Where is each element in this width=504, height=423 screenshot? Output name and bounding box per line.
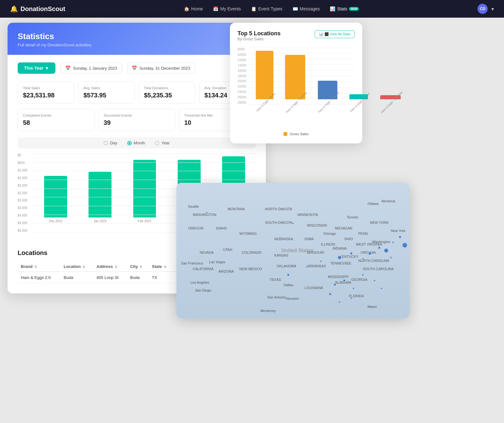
nav-messages[interactable]: ✉️ Messages — [293, 6, 320, 11]
total-sales-card: Total Sales $23,531.98 — [18, 81, 74, 104]
legend-dot — [284, 132, 287, 136]
view-all-stats-btn[interactable]: 📊 ⬛ View All Stats — [315, 30, 355, 38]
avatar[interactable]: CD — [478, 4, 488, 14]
map-label: IOWA — [305, 237, 314, 241]
map-label: NEBRASKA — [274, 237, 293, 241]
stat-cards-row2: Completed Events 58 Successful Events 39… — [18, 109, 256, 131]
map-label: GEORGIA — [351, 278, 367, 281]
map-label: INDIANA — [333, 246, 347, 250]
map-dot — [352, 287, 355, 290]
map-label: OREGON — [188, 226, 203, 230]
col-state[interactable]: State ⇅ — [149, 262, 173, 272]
stats-subtitle: Full detail of my DonationScout activiti… — [18, 43, 256, 47]
stat-cards-row1: Total Sales $23,531.98 Avg. Sales $573.9… — [18, 81, 256, 104]
map-label: LOUISIANA — [305, 286, 323, 290]
map-dot — [390, 256, 392, 259]
toggle-month[interactable]: Month — [127, 141, 145, 145]
map-card: SeattleWASHINGTONMONTANANORTH DAKOTAMINN… — [176, 183, 410, 318]
map-dot — [205, 212, 208, 214]
completed-events-value: 58 — [23, 119, 89, 126]
top5-bar-group: Ham & Eggs - Del Valle — [376, 48, 405, 104]
map-label: Seattle — [188, 205, 199, 208]
map-label: San Francisco — [181, 261, 203, 265]
col-brand[interactable]: Brand ⇅ — [18, 262, 60, 272]
map-dot — [398, 235, 402, 239]
toggle-day[interactable]: Day — [104, 141, 117, 145]
successful-events-card: Successful Events 39 — [98, 109, 175, 131]
cell-city: Buda — [127, 272, 149, 283]
stats-header: Statistics Full detail of my DonationSco… — [8, 23, 266, 55]
map-label: Houston — [286, 297, 299, 300]
total-donations-card: Total Donations $5,235.35 — [139, 81, 195, 104]
map-label: ARKANSAS — [307, 264, 326, 268]
brand-name: DonationScout — [20, 5, 65, 13]
col-city[interactable]: City ⇅ — [127, 262, 149, 272]
toggle-year[interactable]: Year — [155, 141, 169, 145]
total-donations-label: Total Donations — [144, 86, 190, 90]
map-label: MINNESOTA — [298, 213, 318, 217]
cell-address: 405 Loop St — [93, 272, 127, 283]
top5-title: Top 5 Locations — [238, 30, 281, 37]
map-label: NORTH DAKOTA — [265, 207, 292, 211]
top5-bars-area: Ham & Eggs - BudaHam & Eggs - CypressHam… — [249, 48, 355, 104]
calendar-icon-end: 📅 — [132, 66, 137, 71]
this-year-filter[interactable]: This Year ▼ — [18, 62, 55, 74]
map-label: Washington — [372, 240, 391, 244]
map-dot — [368, 252, 372, 255]
stats-badge: NEW — [349, 7, 359, 11]
top5-bar-label: Ham & Eggs - Del Valle — [380, 91, 403, 114]
map-dot — [402, 242, 408, 248]
nav-stats[interactable]: 📊 Stats NEW — [330, 6, 359, 11]
filter-row: This Year ▼ 📅 Sunday, 1 January 2023 📅 S… — [18, 62, 256, 74]
map-label: TENNESSEE — [330, 261, 351, 265]
map-label: WYOMING — [239, 232, 257, 235]
map-label: PENN. — [358, 232, 369, 235]
map-dot — [373, 279, 376, 282]
avg-sales-label: Avg. Sales — [83, 86, 129, 90]
map-label: San Diego — [195, 288, 211, 292]
map-dot — [320, 260, 322, 263]
map-label: Dallas — [284, 283, 293, 287]
map-label: WISCONSIN — [307, 223, 327, 227]
radio-year — [155, 141, 159, 145]
cell-brand: Ham & Eggs 2.0 — [18, 272, 60, 283]
cell-state: TX — [149, 272, 173, 283]
map-label: TEXAS — [270, 278, 281, 281]
navbar: 🔔 DonationScout 🏠 Home 📅 My Events 📋 Eve… — [0, 0, 504, 18]
map-background: SeattleWASHINGTONMONTANANORTH DAKOTAMINN… — [176, 183, 410, 318]
brand: 🔔 DonationScout — [10, 5, 65, 13]
map-label: OKLAHOMA — [277, 264, 296, 268]
radio-month — [127, 141, 132, 145]
map-dot — [333, 283, 336, 286]
top5-legend: Gross Sales — [238, 132, 355, 136]
top5-bar-group: Ham & Eggs - Buda — [252, 48, 277, 104]
map-dot — [343, 279, 346, 282]
nav-event-types[interactable]: 📋 Event Types — [251, 6, 283, 11]
avg-sales-value: $573.95 — [83, 92, 129, 99]
map-label: KENTUCKY — [340, 255, 358, 258]
sort-icon-state: ⇅ — [164, 265, 166, 269]
map-dot — [362, 274, 364, 276]
nav-home[interactable]: 🏠 Home — [184, 6, 203, 11]
map-label: San Antonio — [267, 295, 286, 299]
nav-events[interactable]: 📅 My Events — [213, 6, 241, 11]
map-label: UTAH — [223, 248, 232, 252]
cell-location: Buda — [60, 272, 93, 283]
top5-bar-group: Ham & Eggs - Cypress — [281, 48, 310, 104]
map-label: Toronto — [346, 215, 358, 219]
map-label: NEW YORK — [370, 221, 389, 224]
map-label: MISSISSIPPI — [328, 275, 348, 279]
map-label: Miami — [368, 305, 377, 309]
top5-subtitle: By Gross Sales — [238, 37, 281, 41]
col-location[interactable]: Location ⇅ — [60, 262, 93, 272]
col-address[interactable]: Address ⇅ — [93, 262, 127, 272]
chart-toggle-row: Day Month Year — [18, 137, 256, 148]
map-label: SOUTH DAKOTA — [265, 221, 292, 224]
sort-icon-address: ⇅ — [115, 265, 117, 269]
map-dot — [287, 273, 290, 276]
date-end-picker[interactable]: 📅 Sunday, 31 December 2023 — [127, 63, 195, 73]
map-dot — [329, 293, 332, 296]
map-dot — [362, 258, 364, 260]
date-start-picker[interactable]: 📅 Sunday, 1 January 2023 — [60, 63, 122, 73]
map-label: OHIO — [344, 237, 353, 241]
